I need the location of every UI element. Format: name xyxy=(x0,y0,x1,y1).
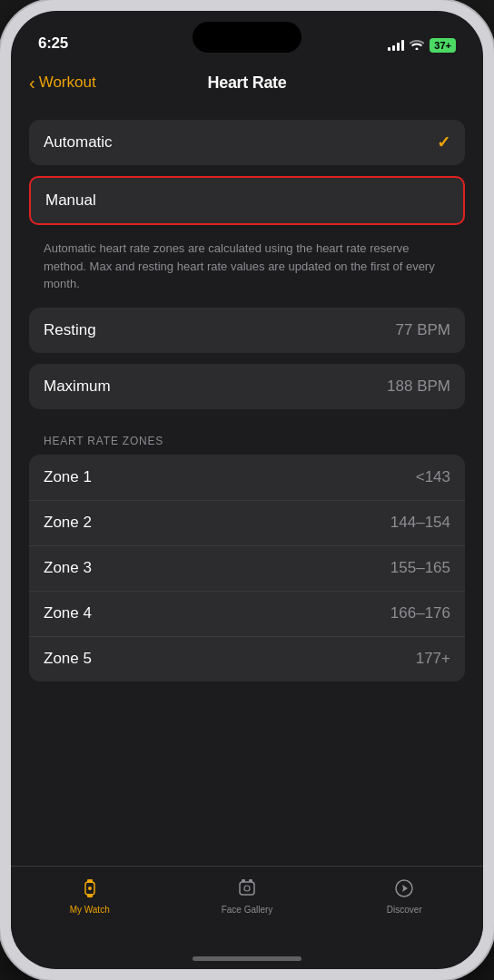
zone-value: <143 xyxy=(416,468,450,486)
maximum-section: Maximum 188 BPM xyxy=(29,364,465,409)
zone-value: 155–165 xyxy=(390,559,450,577)
zone-label: Zone 5 xyxy=(44,650,92,668)
status-icons: 37+ xyxy=(388,38,456,53)
svg-marker-9 xyxy=(402,885,408,892)
tab-bar: My Watch Face Gallery xyxy=(11,866,483,947)
tab-my-watch[interactable]: My Watch xyxy=(11,876,168,915)
description-text: Automatic heart rate zones are calculate… xyxy=(29,232,465,308)
svg-rect-2 xyxy=(87,894,93,897)
wifi-icon xyxy=(410,39,424,53)
zones-section: HEART RATE ZONES Zone 1 <143 Zone 2 144–… xyxy=(29,420,465,681)
back-button-label: Workout xyxy=(39,74,96,92)
maximum-row[interactable]: Maximum 188 BPM xyxy=(29,364,465,409)
face-gallery-icon xyxy=(234,876,260,901)
navigation-bar: ‹ Workout Heart Rate xyxy=(11,60,483,105)
signal-icon xyxy=(388,40,404,51)
zones-section-label: HEART RATE ZONES xyxy=(29,420,465,455)
back-button[interactable]: ‹ Workout xyxy=(29,74,96,92)
automatic-label: Automatic xyxy=(44,133,113,152)
zone-value: 144–154 xyxy=(390,514,450,532)
zone-row[interactable]: Zone 2 144–154 xyxy=(29,500,465,545)
tab-face-gallery-label: Face Gallery xyxy=(222,905,273,915)
zone-row[interactable]: Zone 3 155–165 xyxy=(29,545,465,591)
zone-row[interactable]: Zone 1 <143 xyxy=(29,455,465,500)
zone-label: Zone 3 xyxy=(44,559,92,577)
svg-point-7 xyxy=(244,886,250,891)
home-indicator xyxy=(11,947,483,969)
home-bar xyxy=(193,956,301,961)
status-time: 6:25 xyxy=(38,34,68,53)
zones-list: Zone 1 <143 Zone 2 144–154 Zone 3 155–16… xyxy=(29,455,465,681)
zone-row[interactable]: Zone 4 166–176 xyxy=(29,591,465,636)
battery-icon: 37+ xyxy=(430,38,456,53)
maximum-value: 188 BPM xyxy=(387,377,450,396)
page-title: Heart Rate xyxy=(207,74,286,93)
svg-rect-6 xyxy=(249,879,252,882)
mode-section: Automatic ✓ xyxy=(29,120,465,165)
zone-label: Zone 1 xyxy=(44,468,92,486)
tab-my-watch-label: My Watch xyxy=(70,905,110,915)
phone-screen: 6:25 37+ ‹ xyxy=(11,11,483,969)
zone-label: Zone 2 xyxy=(44,514,92,532)
back-chevron-icon: ‹ xyxy=(29,74,35,92)
zone-row[interactable]: Zone 5 177+ xyxy=(29,636,465,681)
svg-rect-1 xyxy=(87,879,93,883)
dynamic-island xyxy=(193,22,301,53)
maximum-label: Maximum xyxy=(44,377,111,396)
tab-face-gallery[interactable]: Face Gallery xyxy=(168,876,325,915)
svg-point-3 xyxy=(88,887,92,890)
tab-discover-label: Discover xyxy=(387,905,422,915)
zone-value: 166–176 xyxy=(390,604,450,622)
battery-level: 37+ xyxy=(434,40,451,51)
watch-icon xyxy=(77,876,103,901)
tab-discover[interactable]: Discover xyxy=(326,876,483,915)
zone-label: Zone 4 xyxy=(44,604,92,622)
svg-rect-4 xyxy=(240,882,254,895)
automatic-option[interactable]: Automatic ✓ xyxy=(29,120,465,165)
manual-option-highlighted[interactable]: Manual xyxy=(29,176,465,225)
svg-rect-5 xyxy=(242,879,245,882)
zone-value: 177+ xyxy=(416,650,450,668)
main-content: Automatic ✓ Manual Automatic heart rate … xyxy=(11,105,483,866)
manual-label: Manual xyxy=(45,191,96,210)
resting-value: 77 BPM xyxy=(396,321,450,339)
resting-section: Resting 77 BPM xyxy=(29,308,465,353)
checkmark-icon: ✓ xyxy=(437,132,450,152)
phone-frame: 6:25 37+ ‹ xyxy=(0,0,494,980)
resting-label: Resting xyxy=(44,321,96,339)
resting-row[interactable]: Resting 77 BPM xyxy=(29,308,465,353)
discover-icon xyxy=(391,876,417,901)
